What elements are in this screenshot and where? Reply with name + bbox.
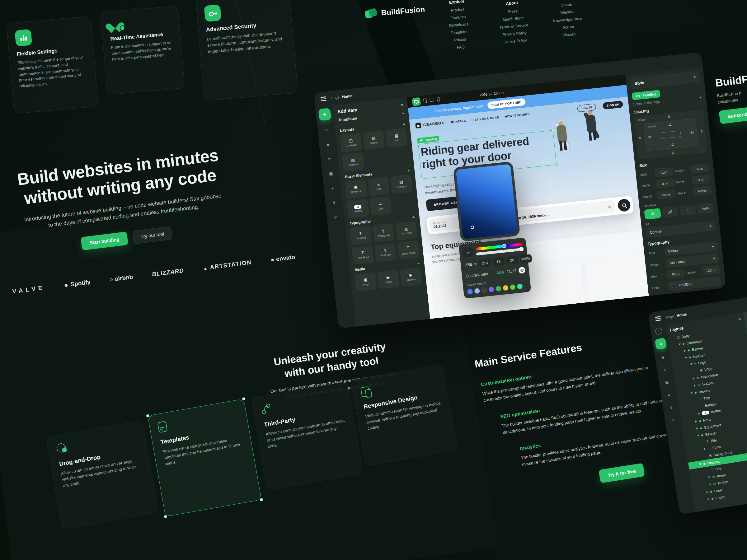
font-size-input[interactable]: 60px [667,269,686,279]
max-width-input[interactable]: None [656,189,676,200]
mobile-landscape-device-icon[interactable] [430,98,434,101]
list[interactable] [660,365,670,375]
saturation-value[interactable]: 18 [492,257,505,266]
menu-icon[interactable] [655,316,661,321]
text-color-input[interactable]: #292D32 [668,276,721,291]
tool-feature-card[interactable]: Third-Party Allows to connect your websi… [251,381,363,490]
plus[interactable] [655,327,663,335]
gearbox-logo[interactable]: ▣GEARBOX [415,120,444,129]
element-tile[interactable]: List Item [390,175,413,194]
margin-top[interactable]: 0 [668,115,670,118]
element-tile[interactable]: Image [355,272,377,292]
cube[interactable] [658,352,668,362]
footer-link[interactable]: Templates [436,28,483,36]
signup-button[interactable]: SIGN UP [602,101,623,109]
element-tile[interactable]: Video [377,270,400,289]
width-input[interactable]: Auto [654,167,674,178]
alpha-value[interactable]: 100% [519,254,532,264]
close-icon[interactable] [401,102,404,108]
caret-icon[interactable] [697,435,700,436]
element-tile[interactable]: Container [340,133,362,153]
start-building-button[interactable]: Start building [81,232,128,250]
search-button[interactable] [617,198,631,212]
footer-link[interactable]: Downloads [435,21,483,29]
caret-icon[interactable] [709,476,710,479]
element-tile[interactable]: Rich Text [375,243,397,262]
preview-contrast-eye-icon[interactable] [518,267,525,274]
color-swatch[interactable] [510,284,516,290]
padding-right[interactable]: 24 [690,131,694,134]
sb-cursor[interactable] [471,225,474,229]
footer-link[interactable]: Pricing [437,35,484,44]
margin-bottom[interactable]: 0 [672,151,674,155]
color-swatch[interactable] [495,286,501,292]
bolt[interactable] [666,403,676,412]
element-tile[interactable]: Block Quote [397,240,419,260]
caret-icon[interactable] [690,364,693,365]
color-swatch[interactable] [467,289,473,295]
overflow-hidden-option[interactable] [662,206,679,218]
caret-icon[interactable] [684,349,686,352]
tool-feature-card[interactable]: Templates Provides users with pre-built … [148,399,262,517]
caret-icon[interactable] [710,483,712,486]
caret-icon[interactable] [690,392,693,394]
element-tile[interactable]: Div Block [344,179,367,199]
link-values-icon[interactable] [463,247,474,258]
user[interactable] [664,390,674,400]
list[interactable] [324,153,335,164]
nodes[interactable] [668,415,678,425]
cube[interactable] [323,139,333,150]
footer-link[interactable]: Wishlist [543,8,590,17]
caret-icon[interactable] [706,490,708,494]
color-swatch[interactable] [488,287,494,292]
mobile-portrait-device-icon[interactable] [437,97,440,101]
element-tile[interactable]: List [367,177,390,196]
tool-feature-card[interactable]: Drag-and-Drop Allows users to easily mov… [46,420,158,529]
try-our-tool-button[interactable]: Try our tool [132,226,173,244]
pages[interactable] [326,168,336,179]
bolt[interactable] [329,197,340,208]
close-icon[interactable] [738,316,741,322]
margin-left[interactable]: 0 [639,136,641,140]
desktop-device-icon[interactable] [412,97,421,106]
caret-icon[interactable] [698,412,700,415]
hue-knob[interactable] [502,244,507,248]
line-height-input[interactable]: 120px [701,265,720,276]
spacing-editor[interactable]: Margin 0 0 0 0 Padding 12 24 24 12 [634,110,707,160]
footer-link[interactable]: FAQ [437,43,484,51]
footer-link[interactable]: Status [543,1,590,9]
style-panel-header[interactable]: Style [630,71,700,89]
caret-icon[interactable] [678,344,681,345]
padding-bottom[interactable]: 12 [670,143,674,146]
element-tile[interactable]: Text Block [352,245,374,265]
site-nav-link[interactable]: HOW IT WORKS [505,112,530,118]
color-swatch[interactable] [474,288,480,294]
footer-link[interactable]: Forum [545,23,592,31]
color-swatch[interactable] [482,287,487,293]
caret-icon[interactable] [696,427,698,430]
element-tile[interactable]: Link [369,196,392,216]
caret-icon[interactable] [704,448,706,451]
element-tile[interactable]: Columns [342,153,364,172]
caret-icon[interactable] [699,463,702,465]
footer-link[interactable]: Merch Store [490,15,537,23]
element-tile[interactable]: Button [347,199,369,218]
overflow-visible-option[interactable] [644,208,661,220]
color-swatch[interactable] [517,284,523,289]
padding-left[interactable]: 24 [648,135,651,139]
height-input[interactable]: Auto [690,163,710,174]
plus[interactable] [318,108,332,121]
min-height-input[interactable]: 0px [691,174,711,185]
hue-value[interactable]: 213 [479,259,491,268]
signup-free-button[interactable]: SIGN UP FOR FREE [487,98,526,109]
padding-top[interactable]: 12 [668,123,672,126]
nodes[interactable] [330,212,341,222]
user[interactable] [327,183,338,193]
element-tile[interactable]: Text Link [395,221,418,240]
caret-icon[interactable] [695,420,697,423]
footer-link[interactable]: Features [435,14,482,22]
caret-icon[interactable] [694,384,696,387]
subscribe-button[interactable]: Subscribe [719,106,747,124]
alpha-knob[interactable] [519,247,523,251]
footer-link[interactable]: Knowledge Base [544,16,591,24]
